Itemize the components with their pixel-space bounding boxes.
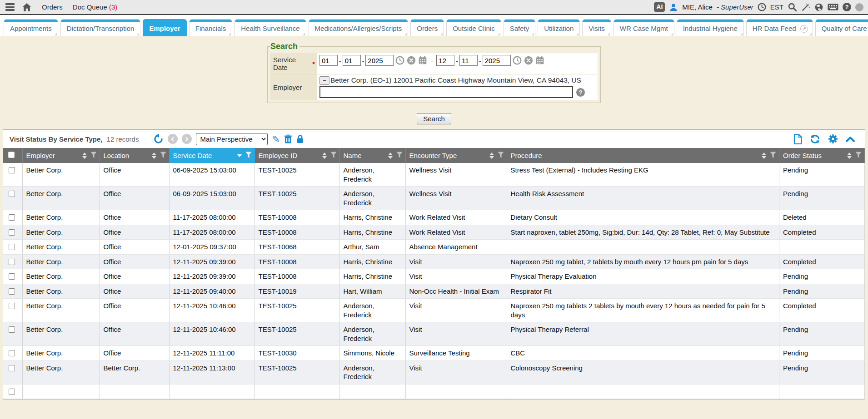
search-button[interactable]: Search [417, 113, 451, 124]
collapse-grid-icon[interactable] [846, 136, 855, 142]
search-icon[interactable] [788, 2, 797, 12]
clear-date-icon[interactable] [407, 56, 416, 65]
sort-icon[interactable] [322, 153, 327, 159]
keyboard-icon[interactable] [828, 3, 838, 11]
date-from-day-input[interactable] [343, 55, 361, 66]
filter-funnel-icon[interactable] [159, 152, 166, 160]
sort-icon[interactable] [847, 153, 852, 159]
row-checkbox[interactable] [9, 214, 15, 221]
page-forward-icon[interactable] [182, 134, 192, 144]
tab-appointments[interactable]: Appointments [4, 19, 58, 36]
column-header-employer[interactable]: Employer [22, 148, 100, 163]
hamburger-menu-icon[interactable] [5, 2, 15, 12]
filter-funnel-icon[interactable] [244, 152, 252, 160]
row-checkbox[interactable] [9, 259, 15, 265]
globe-icon[interactable] [814, 3, 823, 12]
row-checkbox[interactable] [9, 326, 15, 333]
undo-icon[interactable] [153, 134, 164, 144]
tab-orders[interactable]: Orders [410, 19, 444, 36]
filter-funnel-icon[interactable] [395, 152, 403, 160]
refresh-icon[interactable] [810, 134, 820, 144]
calendar-icon[interactable] [535, 56, 544, 65]
row-checkbox[interactable] [9, 303, 15, 309]
new-document-icon[interactable] [793, 134, 802, 144]
column-header-location[interactable]: Location [100, 148, 169, 163]
home-icon[interactable] [22, 3, 32, 12]
row-checkbox[interactable] [9, 244, 15, 250]
date-to-month-input[interactable] [436, 55, 454, 66]
tab-industrial-hygiene[interactable]: Industrial Hygiene [677, 19, 744, 36]
filter-funnel-icon[interactable] [90, 152, 97, 160]
row-checkbox[interactable] [9, 167, 15, 173]
column-header-order_status[interactable]: Order Status [779, 148, 865, 163]
row-checkbox[interactable] [9, 229, 15, 236]
employer-help-icon[interactable]: ? [576, 88, 585, 97]
user-name[interactable]: MIE, Alice [682, 3, 713, 11]
sort-icon[interactable] [762, 153, 766, 159]
filter-funnel-icon[interactable] [854, 152, 862, 160]
cell-empty [22, 384, 100, 399]
column-header-employee_id[interactable]: Employee ID [254, 148, 339, 163]
tab-health-surveillance[interactable]: Health Surveillance [234, 19, 306, 36]
lock-icon[interactable] [296, 134, 304, 143]
row-checkbox[interactable] [9, 191, 15, 197]
tab-hr-data-feed[interactable]: HR Data Feed↗ [746, 19, 813, 36]
date-to-day-input[interactable] [459, 55, 478, 66]
date-from-month-input[interactable] [319, 55, 338, 66]
sort-icon[interactable] [388, 153, 393, 159]
delete-perspective-icon[interactable] [284, 134, 292, 143]
tab-wr-case-mgmt[interactable]: WR Case Mgmt [614, 19, 674, 36]
help-icon[interactable]: ? [843, 3, 851, 11]
clear-date-icon[interactable] [524, 56, 533, 65]
column-header-procedure[interactable]: Procedure [507, 148, 779, 163]
row-checkbox[interactable] [9, 350, 15, 356]
breadcrumb-doc-queue[interactable]: Doc Queue (3) [73, 3, 117, 11]
date-to-year-input[interactable] [483, 55, 511, 66]
user-icon[interactable] [669, 3, 678, 12]
sort-icon[interactable] [237, 154, 242, 157]
tab-financials[interactable]: Financials [189, 19, 233, 36]
edit-perspective-icon[interactable]: ✎ [272, 134, 280, 144]
tab-medications-allergies-scripts[interactable]: Medications/Allergies/Scripts [309, 19, 409, 36]
tab-employer[interactable]: Employer [143, 19, 186, 36]
filter-funnel-icon[interactable] [769, 152, 776, 160]
filter-funnel-icon[interactable] [329, 152, 337, 160]
cell-select [3, 360, 22, 384]
filter-funnel-icon[interactable] [497, 152, 504, 160]
date-from-year-input[interactable] [365, 55, 394, 66]
magic-wand-icon[interactable] [801, 3, 810, 12]
sort-icon[interactable] [82, 153, 87, 159]
select-all-checkbox[interactable] [8, 152, 15, 158]
sort-icon[interactable] [489, 153, 494, 159]
tab-outside-clinic[interactable]: Outside Clinic [446, 19, 501, 36]
time-picker-icon[interactable] [395, 56, 404, 65]
page-back-icon[interactable] [168, 134, 178, 144]
row-checkbox[interactable] [9, 273, 15, 280]
row-checkbox[interactable] [9, 389, 15, 395]
tab-dictation-transcription[interactable]: Dictation/Transcription [60, 19, 141, 36]
tab-quality-of-care[interactable]: Quality of Care [815, 19, 868, 36]
settings-gear-icon[interactable] [828, 134, 838, 144]
column-header-name[interactable]: Name [339, 148, 405, 163]
sort-icon[interactable] [152, 153, 156, 159]
row-checkbox[interactable] [9, 288, 15, 295]
tab-safety[interactable]: Safety [504, 19, 536, 36]
employer-search-input[interactable] [319, 86, 573, 98]
collapse-employer-button[interactable]: − [319, 76, 329, 85]
cell-employer: Better Corp. [22, 346, 100, 361]
timezone-clock-icon[interactable] [758, 3, 766, 11]
cell-select [3, 384, 22, 399]
tab-utilization[interactable]: Utilization [538, 19, 580, 36]
column-header-encounter_type[interactable]: Encounter Type [405, 148, 507, 163]
cell-empty [254, 384, 339, 399]
column-header-service_date[interactable]: Service Date [169, 148, 254, 163]
time-picker-icon[interactable] [513, 56, 522, 65]
breadcrumb-orders[interactable]: Orders [42, 3, 63, 11]
calendar-icon[interactable] [418, 56, 427, 65]
grid-title: Visit Status By Service Type, [10, 135, 103, 143]
perspective-select[interactable]: Main Perspective [196, 133, 268, 145]
external-link-icon: ↗ [800, 25, 808, 33]
row-checkbox[interactable] [9, 365, 15, 371]
tab-visits[interactable]: Visits [582, 19, 611, 36]
ai-badge[interactable]: AI [654, 2, 665, 12]
